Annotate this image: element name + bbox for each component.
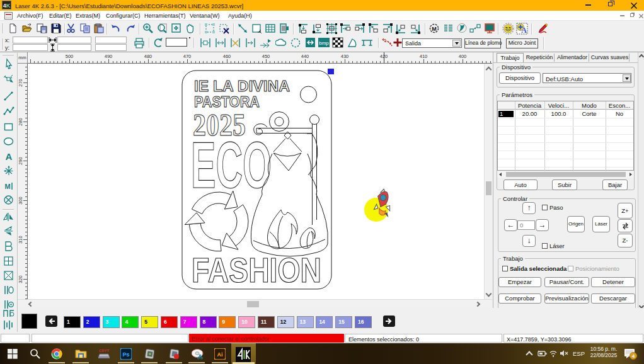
svg-text:Ai: Ai	[217, 351, 223, 358]
svg-text:Ps: Ps	[122, 351, 129, 358]
svg-text:4: 4	[632, 353, 635, 359]
svg-text:IE LA DIVINA: IE LA DIVINA	[194, 77, 290, 94]
svg-text:M: M	[432, 26, 437, 32]
svg-text:CRYT: CRYT	[99, 349, 109, 353]
svg-text:FASHION: FASHION	[192, 251, 321, 290]
svg-text:A: A	[6, 151, 13, 162]
svg-text:ECO: ECO	[191, 128, 272, 202]
svg-text:bmp: bmp	[319, 40, 329, 46]
svg-text:M: M	[4, 183, 10, 190]
svg-text:A: A	[521, 26, 527, 35]
